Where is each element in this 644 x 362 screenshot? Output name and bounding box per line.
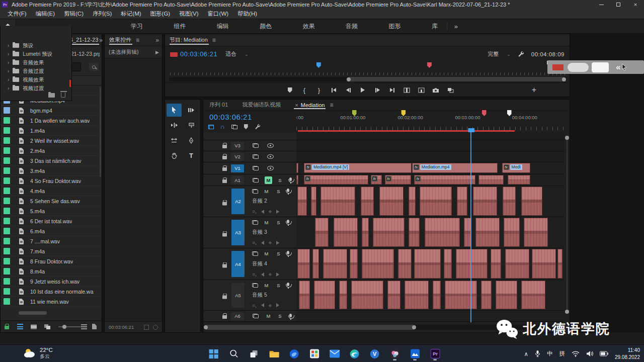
track-select-forward-tool[interactable] bbox=[184, 104, 199, 117]
audio-clip[interactable] bbox=[524, 218, 548, 247]
project-item[interactable]: 7 ....mal.wav bbox=[1, 236, 101, 246]
program-timecode[interactable]: 00:03:06:21 bbox=[180, 50, 217, 58]
audio-clip[interactable] bbox=[521, 187, 543, 216]
delete-icon[interactable] bbox=[61, 93, 65, 98]
project-item[interactable]: 8.m4a bbox=[1, 266, 101, 277]
label-chip[interactable] bbox=[4, 288, 10, 295]
audio-clip[interactable] bbox=[475, 218, 500, 247]
weather-widget[interactable]: 22°C 多云 bbox=[23, 346, 53, 360]
label-chip[interactable] bbox=[4, 268, 10, 275]
menu-item[interactable]: 图形(G) bbox=[146, 10, 175, 18]
label-chip[interactable] bbox=[4, 107, 10, 114]
chevron-right-icon[interactable]: › bbox=[8, 85, 9, 91]
project-item[interactable]: 7.m4a bbox=[1, 246, 101, 256]
mark-in-button[interactable]: { bbox=[300, 84, 308, 96]
vertical-zoom-handle[interactable] bbox=[565, 310, 569, 314]
chevron-right-icon[interactable]: › bbox=[8, 77, 9, 82]
label-chip[interactable] bbox=[4, 117, 10, 124]
audio-clip[interactable] bbox=[361, 187, 374, 216]
mute-button[interactable]: M bbox=[265, 312, 272, 320]
chevron-right-icon[interactable]: ▶ bbox=[155, 50, 159, 55]
zoom-handle[interactable] bbox=[204, 325, 208, 329]
project-hscrollbar[interactable] bbox=[19, 311, 47, 315]
zoom-handle[interactable] bbox=[412, 325, 416, 329]
effect-controls-tab[interactable]: 效果控件 bbox=[109, 34, 132, 46]
app-grid-button[interactable] bbox=[308, 347, 320, 361]
vertical-zoom-handle[interactable] bbox=[565, 136, 569, 140]
project-item[interactable]: 1.m4a bbox=[1, 126, 101, 136]
workspace-tab[interactable]: 效果 bbox=[298, 20, 320, 33]
add-keyframe-button[interactable]: ◆ bbox=[269, 209, 272, 214]
next-keyframe-button[interactable] bbox=[276, 273, 279, 277]
label-chip[interactable] bbox=[4, 177, 10, 184]
playback-resolution-dropdown[interactable]: 完整⌄ bbox=[488, 50, 511, 58]
menu-item[interactable]: 剪辑(C) bbox=[59, 10, 88, 18]
audio-clip[interactable] bbox=[320, 187, 355, 216]
timeline-tab[interactable]: 我爱德语队视频 bbox=[242, 100, 281, 110]
edge-browser-button[interactable] bbox=[349, 347, 361, 361]
track-target-V1[interactable]: V1 bbox=[231, 164, 244, 172]
panel-overflow-icon[interactable]: » bbox=[155, 37, 159, 44]
menu-item[interactable]: 编辑(E) bbox=[31, 10, 59, 18]
mute-button[interactable]: M bbox=[263, 219, 270, 226]
project-item[interactable]: 4 So Frau Doktor.wav bbox=[1, 176, 101, 186]
label-chip[interactable] bbox=[4, 298, 10, 305]
project-item[interactable]: 5.m4a bbox=[1, 206, 101, 216]
pen-tool[interactable] bbox=[184, 134, 199, 147]
audio-clip[interactable] bbox=[362, 249, 394, 279]
effects-tree-item[interactable]: ›音频效果 bbox=[1, 59, 71, 66]
panel-menu-icon[interactable]: ≡ bbox=[212, 37, 216, 44]
audio-clip[interactable] bbox=[297, 187, 307, 216]
go-to-in-button[interactable] bbox=[330, 84, 338, 96]
new-item-button[interactable] bbox=[92, 324, 97, 329]
project-item[interactable]: 5 Sehen Sie das.wav bbox=[1, 196, 101, 206]
project-item[interactable]: 3.m4a bbox=[1, 166, 101, 176]
project-item[interactable]: 1 Da wollen wir auch.wav bbox=[1, 116, 101, 126]
next-keyframe-button[interactable] bbox=[276, 241, 279, 245]
label-chip[interactable] bbox=[4, 167, 10, 174]
lift-button[interactable] bbox=[403, 84, 411, 96]
track-target-A2[interactable]: A2 bbox=[231, 189, 245, 214]
audio-clip[interactable]: fx bbox=[414, 175, 475, 185]
label-chip[interactable] bbox=[4, 188, 10, 194]
label-chip[interactable] bbox=[4, 127, 10, 134]
audio-clip[interactable] bbox=[505, 249, 529, 279]
audio-clip[interactable] bbox=[521, 281, 545, 309]
solo-button[interactable]: S bbox=[275, 188, 282, 195]
video-clip[interactable] bbox=[296, 163, 298, 173]
effects-tree-item[interactable]: ›音频过渡 bbox=[1, 67, 71, 75]
label-chip[interactable] bbox=[4, 228, 10, 234]
zoom-level-dropdown[interactable]: 适合⌄ bbox=[225, 50, 249, 58]
timeline-tab[interactable]: ×Mediation bbox=[295, 100, 325, 110]
menu-item[interactable]: 窗口(W) bbox=[203, 10, 233, 18]
workspace-tab[interactable]: 组件 bbox=[169, 20, 191, 33]
menu-item[interactable]: 标记(M) bbox=[116, 10, 145, 18]
sync-lock-icon[interactable] bbox=[253, 178, 259, 183]
battery-icon[interactable] bbox=[600, 351, 608, 356]
play-button[interactable] bbox=[359, 84, 367, 96]
lock-icon[interactable] bbox=[222, 315, 227, 319]
lock-icon[interactable] bbox=[222, 264, 227, 268]
audio-clip[interactable]: fx bbox=[304, 175, 368, 185]
audio-clip[interactable] bbox=[339, 281, 347, 309]
video-clip[interactable]: fxMedi bbox=[502, 163, 530, 173]
audio-clip[interactable] bbox=[444, 249, 452, 279]
ime-language-button[interactable]: 中 bbox=[547, 350, 553, 357]
lock-icon[interactable] bbox=[222, 145, 227, 148]
audio-clip[interactable] bbox=[503, 187, 516, 216]
project-item[interactable]: 2.m4a bbox=[1, 146, 101, 156]
audio-clip[interactable] bbox=[508, 175, 530, 185]
label-chip[interactable] bbox=[4, 238, 10, 244]
marker-icon[interactable] bbox=[244, 124, 248, 129]
volume-icon[interactable] bbox=[586, 350, 593, 357]
selection-tool[interactable] bbox=[167, 104, 182, 117]
track-target-A5[interactable]: A5 bbox=[231, 283, 245, 308]
video-clip[interactable]: fxMediation.mp4 [V] bbox=[304, 163, 412, 173]
program-ruler[interactable] bbox=[170, 71, 567, 75]
solo-button[interactable]: S bbox=[276, 176, 284, 184]
audio-clip[interactable] bbox=[532, 249, 556, 279]
project-item[interactable]: bgm.mp4 bbox=[1, 106, 101, 116]
start-button[interactable] bbox=[208, 347, 220, 361]
audio-clip[interactable] bbox=[409, 218, 419, 247]
keyframe-type-button[interactable]: ○, bbox=[252, 240, 257, 245]
